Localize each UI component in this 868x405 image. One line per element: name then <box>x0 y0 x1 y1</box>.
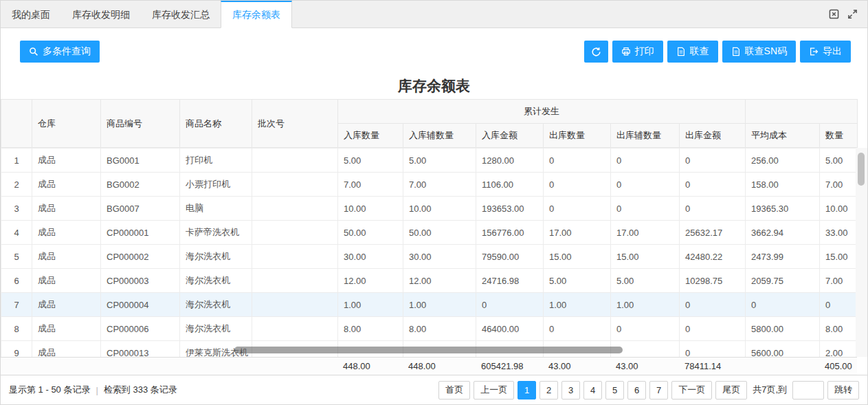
fullscreen-icon[interactable] <box>847 9 858 19</box>
table-cell: 0 <box>544 173 611 197</box>
refresh-button[interactable] <box>584 41 608 63</box>
table-cell: 7.00 <box>403 173 476 197</box>
page-number-button[interactable]: 1 <box>518 381 536 399</box>
printer-icon <box>621 47 631 56</box>
table-cell: 46400.00 <box>476 317 544 341</box>
page-prev-button[interactable]: 上一页 <box>474 381 514 399</box>
table-cell <box>252 317 338 341</box>
table-cell: 10298.75 <box>680 269 746 293</box>
table-cell <box>252 149 338 173</box>
column-header[interactable]: 出库辅数量 <box>611 124 680 148</box>
record-status: 显示第 1 - 50 条记录 | 检索到 333 条记录 <box>9 384 177 396</box>
page-number-button[interactable]: 6 <box>627 381 646 399</box>
horizontal-scrollbar[interactable] <box>234 347 623 353</box>
table-cell: 1.00 <box>403 293 476 317</box>
summary-cell: 448.00 <box>337 357 403 375</box>
table-cell <box>252 245 338 269</box>
column-header[interactable]: 入库辅数量 <box>403 124 476 148</box>
table-cell: 33.00 <box>820 221 858 245</box>
export-button[interactable]: 导出 <box>800 41 851 63</box>
table-cell: 50.00 <box>403 221 476 245</box>
column-header[interactable]: 商品编号 <box>101 100 180 148</box>
table-cell: 12.00 <box>338 269 403 293</box>
row-number-cell: 3 <box>1 197 32 221</box>
page-next-button[interactable]: 下一页 <box>671 381 712 399</box>
table-cell: 10.00 <box>403 197 476 221</box>
table-cell: BG0002 <box>101 173 180 197</box>
table-cell: CP000013 <box>101 341 180 357</box>
row-number-cell: 9 <box>1 341 32 357</box>
column-header[interactable]: 出库金额 <box>680 124 746 148</box>
tab-bar-actions <box>819 1 867 28</box>
page-last-button[interactable]: 尾页 <box>715 381 747 399</box>
app-window: 我的桌面库存收发明细库存收发汇总库存余额表 多条件查询 <box>0 0 868 405</box>
table-cell: 0 <box>611 317 680 341</box>
column-header[interactable]: 平均成本 <box>746 124 820 148</box>
table-cell: 10.00 <box>820 197 858 221</box>
tab-bar: 我的桌面库存收发明细库存收发汇总库存余额表 <box>1 1 867 28</box>
page-jump-button[interactable]: 跳转 <box>827 381 859 399</box>
tab-item-active[interactable]: 库存余额表 <box>221 1 292 28</box>
summary-cell: 448.00 <box>403 357 476 375</box>
table-cell: 海尔洗衣机 <box>180 245 252 269</box>
column-header[interactable]: 数量 <box>820 124 858 148</box>
table-cell: 30.00 <box>338 245 403 269</box>
column-header[interactable]: 入库金额 <box>476 124 544 148</box>
table-cell: 0 <box>680 149 746 173</box>
table-row[interactable]: 3成品BG0007电脑10.0010.00193653.0000019365.3… <box>1 197 858 221</box>
multi-condition-query-button[interactable]: 多条件查询 <box>20 41 100 63</box>
tab-item[interactable]: 库存收发明细 <box>61 1 141 28</box>
column-header[interactable]: 批次号 <box>252 100 338 148</box>
table-cell: 42480.22 <box>680 245 746 269</box>
table-cell: 15.00 <box>544 245 611 269</box>
table-cell: 0 <box>544 197 611 221</box>
table-cell: 0 <box>820 293 858 317</box>
summary-cell: 405.00 <box>819 357 857 375</box>
toolbar: 多条件查询 打印 联查 <box>1 28 867 75</box>
page-jump-input[interactable] <box>792 381 824 399</box>
tab-item[interactable]: 我的桌面 <box>1 1 61 28</box>
table-cell <box>252 221 338 245</box>
table-cell: 成品 <box>32 341 101 357</box>
page-number-button[interactable]: 7 <box>649 381 668 399</box>
page-number-button[interactable]: 3 <box>561 381 580 399</box>
column-header[interactable]: 入库数量 <box>338 124 403 148</box>
table-cell: 5.00 <box>338 149 403 173</box>
vertical-scrollbar[interactable] <box>856 148 867 357</box>
linked-query-button[interactable]: 联查 <box>667 41 718 63</box>
table-cell: 2059.75 <box>746 269 820 293</box>
column-header[interactable]: 商品名称 <box>180 100 252 148</box>
table-body-viewport: 1成品BG0001打印机5.005.001280.00000256.005.00… <box>1 148 867 357</box>
document-icon <box>676 47 686 56</box>
page-number-button[interactable]: 4 <box>583 381 602 399</box>
table-row[interactable]: 1成品BG0001打印机5.005.001280.00000256.005.00 <box>1 149 858 173</box>
table-cell: BG0001 <box>101 149 180 173</box>
vertical-scrollbar-thumb[interactable] <box>858 153 865 186</box>
row-number-cell: 7 <box>1 293 32 317</box>
close-tabs-icon[interactable] <box>829 9 839 19</box>
row-number-cell: 4 <box>1 221 32 245</box>
linked-query-sn-button[interactable]: 联查SN码 <box>722 41 796 63</box>
page-number-button[interactable]: 2 <box>539 381 558 399</box>
table-cell: 成品 <box>32 269 101 293</box>
table-row[interactable]: 8成品CP000006海尔洗衣机8.008.0046400.000005800.… <box>1 317 858 341</box>
table-row[interactable]: 4成品CP000001卡萨帝洗衣机50.0050.00156776.0017.0… <box>1 221 858 245</box>
table-cell: 卡萨帝洗衣机 <box>180 221 252 245</box>
table-row[interactable]: 5成品CP000002海尔洗衣机30.0030.0079590.0015.001… <box>1 245 858 269</box>
export-icon <box>809 47 819 56</box>
search-icon <box>29 47 38 56</box>
group-header: 累计发生 <box>338 100 746 124</box>
table-row[interactable]: 7成品CP000004海尔洗衣机1.001.0001.001.00000 <box>1 293 858 317</box>
table-row[interactable]: 6成品CP000003海尔洗衣机12.0012.0024716.985.005.… <box>1 269 858 293</box>
table-row[interactable]: 2成品BG0002小票打印机7.007.001106.00000158.007.… <box>1 173 858 197</box>
page-first-button[interactable]: 首页 <box>438 381 470 399</box>
tab-item[interactable]: 库存收发汇总 <box>141 1 221 28</box>
print-button[interactable]: 打印 <box>612 41 663 63</box>
page-number-button[interactable]: 5 <box>605 381 624 399</box>
table-cell: CP000001 <box>101 221 180 245</box>
document-icon <box>731 47 741 56</box>
column-header[interactable]: 仓库 <box>32 100 101 148</box>
row-number-cell: 1 <box>1 149 32 173</box>
tab-list: 我的桌面库存收发明细库存收发汇总库存余额表 <box>1 1 292 28</box>
column-header[interactable]: 出库数量 <box>544 124 611 148</box>
